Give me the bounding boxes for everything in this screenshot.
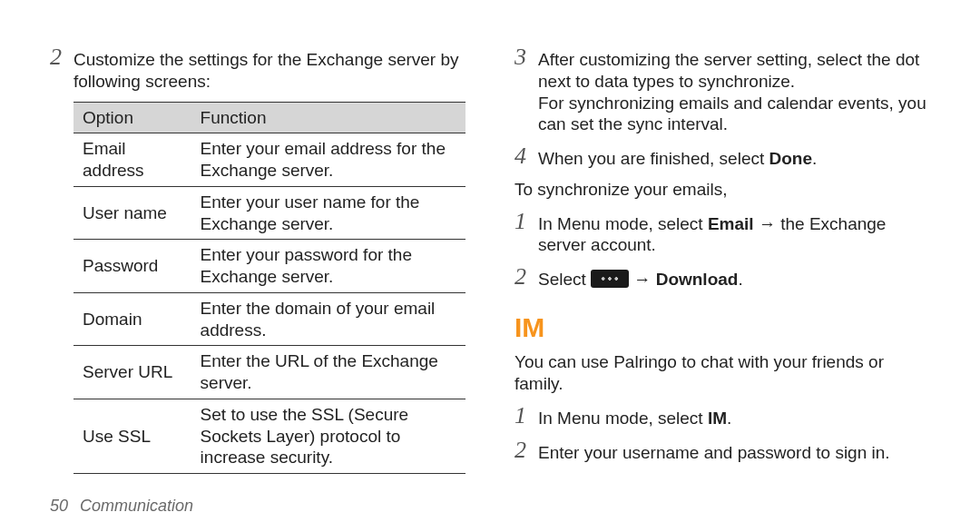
text-suffix: . bbox=[727, 409, 731, 428]
col-header-function: Function bbox=[191, 102, 466, 133]
function-cell: Enter the domain of your email address. bbox=[191, 292, 466, 346]
table-row: Password Enter your password for the Exc… bbox=[74, 240, 466, 293]
more-options-icon bbox=[591, 270, 629, 288]
step-number: 4 bbox=[514, 144, 538, 168]
function-cell: Enter the URL of the Exchange server. bbox=[191, 346, 466, 399]
option-cell: Server URL bbox=[74, 346, 191, 399]
table-row: Server URL Enter the URL of the Exchange… bbox=[74, 346, 466, 399]
table-row: Email address Enter your email address f… bbox=[74, 133, 466, 187]
right-step-4: 4 When you are finished, select Done. bbox=[514, 144, 930, 170]
manual-page: 2 Customize the settings for the Exchang… bbox=[0, 0, 980, 532]
arrow-text: → bbox=[629, 270, 656, 289]
im-step-2: 2 Enter your username and password to si… bbox=[514, 438, 930, 464]
left-step-2: 2 Customize the settings for the Exchang… bbox=[50, 45, 466, 93]
page-footer: 50 Communication bbox=[50, 496, 193, 517]
step-number: 2 bbox=[514, 438, 538, 462]
option-cell: Password bbox=[74, 240, 191, 293]
step-text: Customize the settings for the Exchange … bbox=[74, 45, 466, 93]
text-prefix: When you are finished, select bbox=[538, 149, 769, 168]
option-cell: Email address bbox=[74, 133, 191, 187]
step-text-line: After customizing the server setting, se… bbox=[538, 50, 919, 91]
page-number: 50 bbox=[50, 497, 68, 515]
im-step-1: 1 In Menu mode, select IM. bbox=[514, 404, 930, 429]
option-cell: Domain bbox=[74, 292, 191, 346]
exchange-options-table: Option Function Email address Enter your… bbox=[74, 102, 466, 475]
table-row: Domain Enter the domain of your email ad… bbox=[74, 292, 466, 346]
function-cell: Enter your email address for the Exchang… bbox=[191, 133, 466, 187]
col-header-option: Option bbox=[74, 102, 191, 133]
bold-label: IM bbox=[708, 409, 727, 428]
step-number: 3 bbox=[514, 45, 538, 69]
step-text: After customizing the server setting, se… bbox=[538, 45, 930, 135]
left-column: 2 Customize the settings for the Exchang… bbox=[50, 45, 466, 532]
step-text: Enter your username and password to sign… bbox=[538, 438, 930, 464]
step-number: 2 bbox=[514, 265, 538, 289]
step-text: In Menu mode, select Email → the Exchang… bbox=[538, 210, 930, 257]
step-text: In Menu mode, select IM. bbox=[538, 404, 930, 429]
sync-step-2: 2 Select → Download. bbox=[514, 265, 930, 291]
sync-step-1: 1 In Menu mode, select Email → the Excha… bbox=[514, 210, 930, 257]
table-row: Use SSL Set to use the SSL (Secure Socke… bbox=[74, 399, 466, 473]
text-prefix: Select bbox=[538, 270, 591, 289]
right-column: 3 After customizing the server setting, … bbox=[514, 45, 930, 532]
bold-label: Download bbox=[656, 270, 739, 289]
right-step-3: 3 After customizing the server setting, … bbox=[514, 45, 930, 135]
step-number: 2 bbox=[50, 45, 74, 69]
step-number: 1 bbox=[514, 210, 538, 233]
im-intro: You can use Palringo to chat with your f… bbox=[514, 351, 930, 395]
function-cell: Set to use the SSL (Secure Sockets Layer… bbox=[191, 399, 466, 473]
im-section-heading: IM bbox=[514, 310, 930, 345]
option-cell: Use SSL bbox=[74, 399, 191, 473]
text-suffix: . bbox=[738, 270, 742, 289]
option-cell: User name bbox=[74, 186, 191, 240]
step-text-line: For synchronizing emails and calendar ev… bbox=[538, 94, 926, 134]
bold-label: Email bbox=[708, 214, 754, 233]
step-text: Select → Download. bbox=[538, 265, 930, 291]
sync-intro: To synchronize your emails, bbox=[514, 179, 930, 201]
text-prefix: In Menu mode, select bbox=[538, 214, 708, 233]
bold-label: Done bbox=[769, 149, 813, 168]
step-number: 1 bbox=[514, 404, 538, 428]
table-row: User name Enter your user name for the E… bbox=[74, 186, 466, 240]
step-text: When you are finished, select Done. bbox=[538, 144, 930, 170]
footer-section-name: Communication bbox=[80, 497, 193, 515]
function-cell: Enter your password for the Exchange ser… bbox=[191, 240, 466, 293]
text-suffix: . bbox=[812, 149, 817, 168]
table-header-row: Option Function bbox=[74, 102, 466, 133]
text-prefix: In Menu mode, select bbox=[538, 409, 708, 428]
function-cell: Enter your user name for the Exchange se… bbox=[191, 186, 466, 240]
